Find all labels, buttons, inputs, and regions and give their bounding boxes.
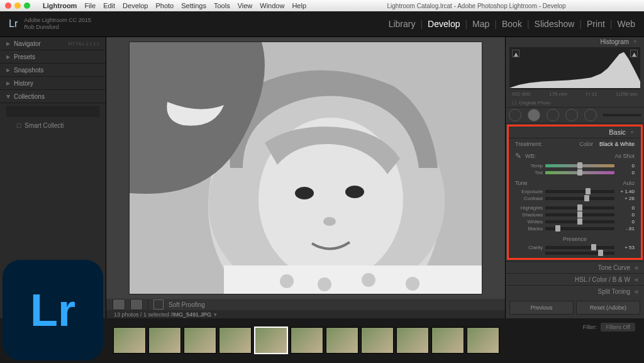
mac-menubar: Lightroom File Edit Develop Photo Settin…	[0, 0, 644, 11]
module-slideshow[interactable]: Slideshow	[535, 19, 575, 29]
grad-tool-icon[interactable]	[565, 109, 578, 121]
tone-curve-panel[interactable]: Tone Curve◀	[506, 261, 644, 273]
right-panel: Histogram▼ ▲ ▲ ISO 800175 mmf / 111/250 …	[505, 37, 644, 318]
tint-slider[interactable]: Tint0	[509, 169, 641, 176]
thumbnail-selected[interactable]	[254, 327, 288, 354]
menu-tools[interactable]: Tools	[214, 2, 230, 9]
panel-collections[interactable]: ▶Collections	[0, 90, 106, 103]
module-print[interactable]: Print	[587, 19, 605, 29]
panel-snapshots[interactable]: ▶Snapshots	[0, 64, 106, 77]
before-after-icon[interactable]	[130, 299, 143, 310]
thumbnail[interactable]	[431, 327, 464, 354]
module-book[interactable]: Book	[502, 19, 522, 29]
bw-portrait	[130, 42, 482, 294]
highlights-slider[interactable]: Highlights0	[509, 204, 641, 211]
reset-button[interactable]: Reset (Adobe)	[576, 301, 640, 315]
thumbnail[interactable]	[467, 327, 499, 354]
soft-proof-checkbox[interactable]	[153, 299, 164, 310]
menu-edit[interactable]: Edit	[103, 2, 115, 9]
shadow-clip-icon[interactable]: ▲	[512, 50, 519, 57]
lr-logo: Lr	[9, 18, 18, 30]
redeye-tool-icon[interactable]	[547, 109, 559, 121]
vibrance-slider[interactable]	[509, 251, 641, 255]
crop-tool-icon[interactable]	[509, 109, 521, 121]
exposure-slider[interactable]: Exposure+ 1.40	[509, 188, 641, 195]
thumbnail[interactable]	[291, 327, 323, 354]
thumbnail[interactable]	[184, 327, 216, 354]
menu-photo[interactable]: Photo	[155, 2, 174, 9]
center-area: Soft Proofing 13 photos / 1 selected / I…	[106, 37, 505, 318]
window-title: Lightroom Catalog.lrcat - Adobe Photosho…	[314, 3, 639, 9]
exif-info: ISO 800175 mmf / 111/250 sec	[506, 89, 644, 99]
menu-window[interactable]: Window	[260, 2, 284, 9]
menu-settings[interactable]: Settings	[181, 2, 206, 9]
svg-point-9	[362, 273, 375, 287]
brand-text: Adobe Lightroom CC 2015 Rob Dunsford	[24, 17, 91, 31]
highlight-clip-icon[interactable]: ▲	[630, 50, 638, 57]
previous-button[interactable]: Previous	[509, 301, 574, 315]
image-canvas[interactable]	[106, 37, 505, 299]
thumbnail[interactable]	[326, 327, 358, 354]
whites-slider[interactable]: Whites0	[509, 218, 641, 225]
temp-slider[interactable]: Temp0	[509, 162, 641, 169]
menu-view[interactable]: View	[238, 2, 253, 9]
split-toning-panel[interactable]: Split Toning◀	[506, 285, 644, 297]
presence-label: Presence	[563, 236, 587, 242]
app-name[interactable]: Lightroom	[43, 2, 77, 9]
histogram-header[interactable]: Histogram▼	[506, 37, 644, 47]
thumbnail[interactable]	[396, 327, 429, 354]
menu-help[interactable]: Help	[292, 2, 306, 9]
shadows-slider[interactable]: Shadows0	[509, 211, 641, 218]
menu-develop[interactable]: Develop	[123, 2, 148, 9]
module-web[interactable]: Web	[617, 19, 635, 29]
blacks-slider[interactable]: Blacks- 81	[509, 225, 641, 232]
wb-preset[interactable]: As Shot	[614, 153, 635, 159]
panel-navigator[interactable]: ▶NavigatorFIT FILL 1:1 2:1	[0, 37, 106, 50]
filename: IMG_5491.JPG	[172, 311, 211, 318]
thumbnail[interactable]	[361, 327, 394, 354]
treatment-color[interactable]: Color	[579, 141, 593, 147]
loupe-view-icon[interactable]	[113, 299, 125, 310]
treatment-bw[interactable]: Black & White	[599, 141, 635, 147]
preview-image	[130, 42, 482, 294]
status-bar: 13 photos / 1 selected / IMG_5491.JPG ▾	[106, 310, 505, 318]
auto-tone-button[interactable]: Auto	[623, 180, 635, 186]
thumbnail[interactable]	[148, 327, 181, 354]
basic-header[interactable]: Basic▼	[509, 126, 641, 138]
contrast-slider[interactable]: Contrast+ 26	[509, 195, 641, 202]
app-header: Lr Adobe Lightroom CC 2015 Rob Dunsford …	[0, 11, 644, 37]
eyedropper-icon[interactable]: ✎	[515, 152, 521, 160]
develop-toolbar: Soft Proofing	[106, 299, 505, 310]
menu-file[interactable]: File	[84, 2, 96, 9]
module-map[interactable]: Map	[472, 19, 489, 29]
thumbnail[interactable]	[113, 327, 146, 354]
tool-slider[interactable]	[603, 114, 641, 116]
svg-point-4	[345, 186, 364, 198]
svg-marker-11	[509, 52, 640, 88]
svg-point-7	[280, 274, 294, 288]
tone-label: Tone	[515, 180, 528, 186]
module-picker: Library| Develop| Map| Book| Slideshow| …	[389, 19, 635, 29]
svg-point-10	[406, 277, 419, 291]
hsl-panel[interactable]: HSL / Color / B & W◀	[506, 273, 644, 285]
tool-strip	[506, 107, 644, 123]
svg-point-3	[295, 187, 314, 199]
panel-presets[interactable]: ▶Presets	[0, 50, 106, 64]
svg-point-8	[318, 277, 331, 291]
smart-collection-item[interactable]: Smart Collecti	[0, 120, 106, 131]
brush-tool-icon[interactable]	[584, 109, 597, 121]
clarity-slider[interactable]: Clarity+ 53	[509, 244, 641, 251]
module-library[interactable]: Library	[389, 19, 416, 29]
panel-history[interactable]: ▶History	[0, 77, 106, 90]
spot-tool-icon[interactable]	[528, 109, 540, 121]
module-develop[interactable]: Develop	[428, 19, 460, 29]
lightroom-app-icon: Lr	[3, 260, 103, 360]
collection-filter-input[interactable]	[6, 106, 99, 117]
svg-rect-6	[224, 265, 482, 294]
treatment-row: Treatment: ColorBlack & White	[509, 138, 641, 150]
thumbnail[interactable]	[219, 327, 252, 354]
filmstrip-filter[interactable]: Filter: Filters Off	[583, 323, 635, 332]
basic-panel-highlighted: Basic▼ Treatment: ColorBlack & White ✎WB…	[507, 125, 643, 260]
histogram[interactable]: ▲ ▲	[509, 47, 640, 90]
window-controls[interactable]	[5, 3, 30, 9]
